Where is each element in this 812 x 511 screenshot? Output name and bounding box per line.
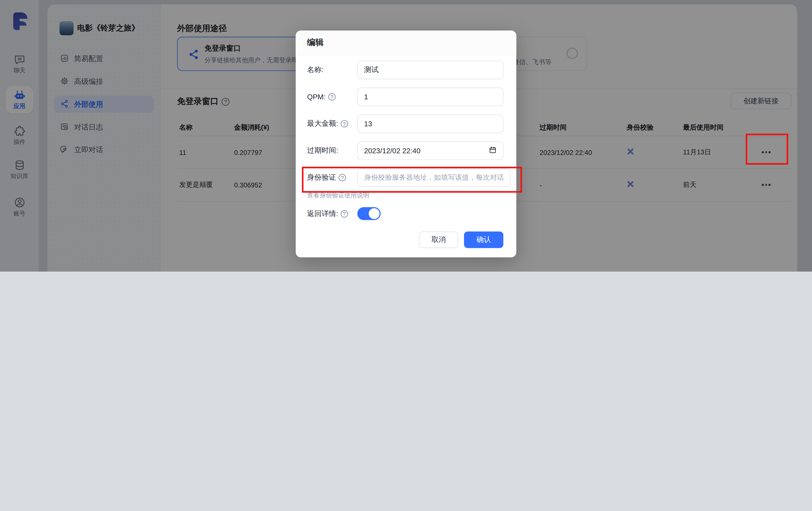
detail-label: 返回详情: — [307, 209, 338, 218]
auth-input[interactable]: 身份校验服务器地址，如填写该值，每次对话 — [357, 168, 511, 187]
auth-label: 身份验证 — [307, 173, 336, 182]
expire-field-row: 过期时间: 2023/12/02 22:40 — [307, 141, 503, 160]
qpm-input[interactable]: 1 — [357, 87, 503, 106]
max-amount-input[interactable]: 13 — [357, 114, 503, 133]
toggle-knob — [369, 208, 380, 219]
name-label: 名称: — [307, 65, 324, 75]
max-amount-field-row: 最大金额: ? 13 — [307, 114, 503, 133]
name-input[interactable]: 测试 — [357, 60, 503, 79]
auth-doc-link[interactable]: 查看身份验证使用说明 — [307, 191, 369, 200]
modal-title: 编辑 — [296, 31, 517, 55]
calendar-icon[interactable] — [489, 146, 497, 155]
cancel-button[interactable]: 取消 — [419, 231, 458, 248]
help-question-icon[interactable]: ? — [339, 174, 346, 181]
app-window: 聊天 应用 — [0, 0, 812, 272]
modal-footer: 取消 确认 — [296, 231, 517, 248]
auth-field-row: 身份验证 ? 身份校验服务器地址，如填写该值，每次对话 — [307, 168, 503, 187]
detail-field-row: 返回详情: ? — [307, 207, 503, 220]
expire-label: 过期时间: — [307, 146, 338, 155]
modal-body: 名称: 测试 QPM: ? 1 最大金额: ? 13 过期时间: — [296, 55, 517, 220]
help-question-icon[interactable]: ? — [341, 120, 348, 127]
help-question-icon[interactable]: ? — [341, 210, 348, 217]
expire-value: 2023/12/02 22:40 — [364, 147, 420, 155]
qpm-field-row: QPM: ? 1 — [307, 87, 503, 106]
max-amount-label: 最大金额: — [307, 119, 338, 129]
detail-toggle[interactable] — [357, 207, 381, 220]
auth-placeholder: 身份校验服务器地址，如填写该值，每次对话 — [364, 173, 504, 182]
confirm-button[interactable]: 确认 — [464, 231, 503, 248]
name-field-row: 名称: 测试 — [307, 60, 503, 79]
expire-date-input[interactable]: 2023/12/02 22:40 — [357, 141, 503, 160]
qpm-label: QPM: — [307, 93, 325, 101]
edit-modal: 编辑 名称: 测试 QPM: ? 1 最大金额: ? 13 — [296, 31, 517, 257]
help-question-icon[interactable]: ? — [328, 93, 336, 101]
